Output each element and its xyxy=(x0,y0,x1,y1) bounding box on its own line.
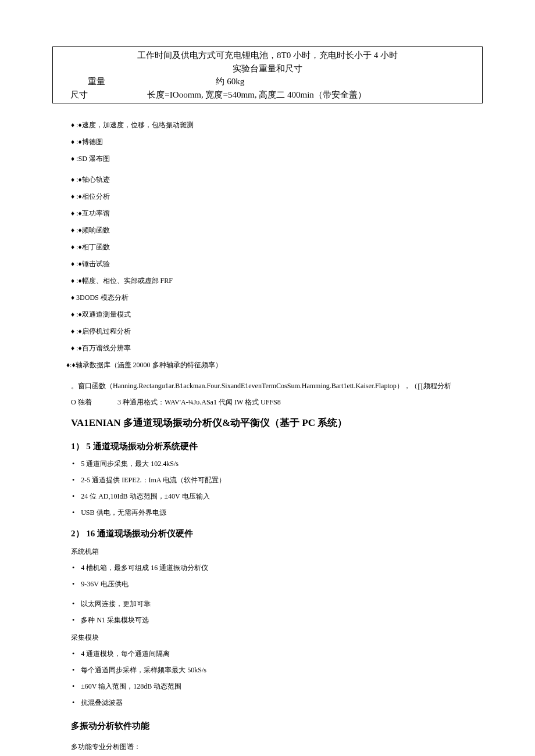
module-list: 4 通道模块，每个通道间隔离 每个通道同步采样，采样频率最大 50kS/s ±6… xyxy=(81,648,483,708)
list-item: ±60V 输入范围，128dB 动态范围 xyxy=(81,681,483,691)
dim-label: 尺寸 xyxy=(53,88,147,102)
list-item: ♦ :♦双通道测量模式 xyxy=(71,309,483,320)
table-row-2: 实验台重量和尺寸 xyxy=(53,62,482,76)
table-row-1: 工作时间及供电方式可充电锂电池，8T0 小时，充电时长小于 4 小时 xyxy=(53,49,482,62)
chassis-list: 4 槽机箱，最多可组成 16 通道振动分析仪 9-36V 电压供电 以太网连接，… xyxy=(81,562,483,625)
list-item: ♦ :♦百万谱线分辨率 xyxy=(71,343,483,353)
list-item: 每个通道同步采样，采样频率最大 50kS/s xyxy=(81,665,483,675)
software-heading: 多振动分析软件功能 xyxy=(71,719,483,733)
list-item: ♦ :♦幅度、相位、实部或虚部 FRF xyxy=(71,275,483,286)
weight-label: 重量 xyxy=(53,75,216,88)
list-item: ♦ :♦启停机过程分析 xyxy=(71,326,483,336)
list-item: ♦ :♦频响函数 xyxy=(71,225,483,235)
list-item: ♦ :SD 瀑布图 xyxy=(71,153,483,164)
chassis-label: 系统机箱 xyxy=(71,546,483,557)
table-row-weight: 重量 约 60kg xyxy=(53,75,482,88)
list-item: 以太网连接，更加可靠 xyxy=(81,599,483,609)
window-function-line: 。窗口函数（Hanning.Rectangu1ar.B1ackman.Four.… xyxy=(71,381,483,391)
list-item: ♦ :♦互功率谱 xyxy=(71,208,483,218)
format-line: O 独着 3 种通用格式：WAV'A-¼Jυ.ASa1 代闻 IW 格式 UFF… xyxy=(71,397,483,407)
table-row-dimensions: 尺寸 长度=IOoomm, 宽度=540mm, 高度二 400min（带安全盖） xyxy=(53,88,482,102)
list-item: ♦ :♦轴心轨迹 xyxy=(71,174,483,185)
software-p1: 多功能专业分析图谱： xyxy=(71,740,483,754)
list-item: 4 通道模块，每个通道间隔离 xyxy=(81,648,483,659)
list-item: 4 槽机箱，最多可组成 16 通道振动分析仪 xyxy=(81,562,483,573)
list-item: 多种 N1 采集模块可选 xyxy=(81,615,483,625)
list-item: ♦ 3DODS 模态分析 xyxy=(71,292,483,303)
hw-5ch-list: 5 通道同步采集，最大 102.4kS/s 2-5 通道提供 IEPE2.：Im… xyxy=(81,458,483,518)
spec-table: 工作时间及供电方式可充电锂电池，8T0 小时，充电时长小于 4 小时 实验台重量… xyxy=(52,46,483,103)
list-item: ♦ :♦博德图 xyxy=(71,137,483,147)
list-item: ♦ :♦相丁函数 xyxy=(71,242,483,252)
list-item: 24 位 AD,10IdB 动态范围，±40V 电压输入 xyxy=(81,491,483,501)
format-value: 3 种通用格式：WAV'A-¼Jυ.ASa1 代闻 IW 格式 UFFS8 xyxy=(117,397,281,407)
list-item: 5 通道同步采集，最大 102.4kS/s xyxy=(81,458,483,469)
list-item: ♦:♦轴承数据库（涵盖 20000 多种轴承的特征频率） xyxy=(66,360,483,370)
module-label: 采集模块 xyxy=(71,632,483,643)
list-item: 2-5 通道提供 IEPE2.：ImA 电流（软件可配置） xyxy=(81,475,483,485)
weight-value: 约 60kg xyxy=(216,75,482,88)
list-item: 抗混叠滤波器 xyxy=(81,697,483,708)
hw-16ch-heading: 2） 16 通道现场振动分析仪硬件 xyxy=(71,527,483,540)
format-label: O 独着 xyxy=(71,397,117,407)
feature-list: ♦ :♦速度，加速度，位移，包络振动斑测 ♦ :♦博德图 ♦ :SD 瀑布图 ♦… xyxy=(71,120,483,370)
list-item: ♦ :♦锤击试验 xyxy=(71,259,483,269)
list-item: ♦ :♦相位分析 xyxy=(71,191,483,202)
list-item: USB 供电，无需再外界电源 xyxy=(81,507,483,518)
hw-5ch-heading: 1） 5 通道现场振动分析系统硬件 xyxy=(71,440,483,453)
section-title: VA1ENIAN 多通道现场振动分析仪&动平衡仪（基于 PC 系统） xyxy=(71,415,483,431)
dim-value: 长度=IOoomm, 宽度=540mm, 高度二 400min（带安全盖） xyxy=(147,88,482,102)
list-item: ♦ :♦速度，加速度，位移，包络振动斑测 xyxy=(71,120,483,130)
list-item: 9-36V 电压供电 xyxy=(81,579,483,589)
